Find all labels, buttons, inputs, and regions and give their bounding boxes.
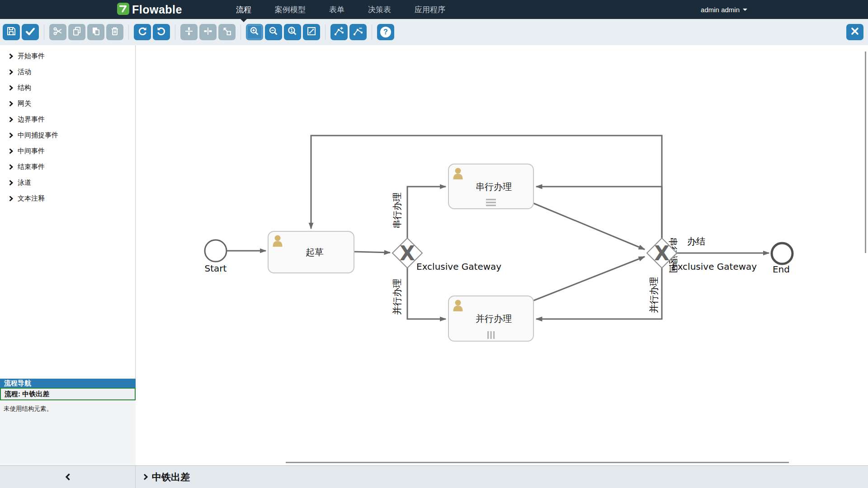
end-event-label: End bbox=[773, 264, 790, 275]
palette-group-boundary-events[interactable]: 边界事件 bbox=[0, 112, 135, 127]
flowable-logo[interactable]: Flowable bbox=[117, 0, 182, 19]
zoom-in-icon bbox=[249, 26, 260, 38]
chevron-right-icon bbox=[9, 101, 13, 107]
copy-icon bbox=[71, 26, 82, 38]
flow-gateway1-to-parallel[interactable] bbox=[407, 268, 446, 319]
remove-bendpoint-button[interactable] bbox=[349, 24, 367, 40]
help-button[interactable]: ? bbox=[377, 24, 394, 40]
nav-item-forms[interactable]: 表单 bbox=[329, 5, 344, 15]
align-horizontal-icon bbox=[184, 26, 194, 38]
chevron-right-icon bbox=[9, 132, 13, 138]
user-menu-label: admin admin bbox=[701, 6, 740, 14]
palette-group-gateways[interactable]: 网关 bbox=[0, 96, 135, 112]
cut-button[interactable] bbox=[49, 24, 66, 40]
zoom-actual-button[interactable]: 1 bbox=[284, 24, 301, 40]
zoom-fit-button[interactable] bbox=[303, 24, 320, 40]
process-navigator-note: 未使用结构元素。 bbox=[0, 400, 136, 465]
redo-button[interactable] bbox=[134, 24, 151, 40]
user-menu[interactable]: admin admin bbox=[701, 0, 747, 19]
parallel-multi-instance-icon bbox=[487, 331, 495, 339]
flow-serial-to-gateway2[interactable] bbox=[533, 203, 645, 249]
process-navigator-header: 流程导航 bbox=[0, 379, 136, 388]
close-editor-button[interactable] bbox=[846, 24, 863, 40]
flow-gateway1-to-serial[interactable] bbox=[407, 187, 446, 238]
zoom-in-button[interactable] bbox=[246, 24, 263, 40]
user-task-parallel[interactable]: 并行办理 bbox=[448, 296, 533, 341]
palette-group-artifacts[interactable]: 文本注释 bbox=[0, 191, 135, 206]
help-icon: ? bbox=[380, 27, 391, 38]
palette-group-intermediate-catching-events[interactable]: 中间捕捉事件 bbox=[0, 127, 135, 143]
flow-gateway2-return-parallel[interactable] bbox=[536, 268, 662, 319]
process-navigator-current[interactable]: 流程: 中铁出差 bbox=[0, 388, 136, 400]
zoom-out-icon bbox=[268, 26, 279, 38]
paste-button[interactable] bbox=[87, 24, 104, 40]
align-vertical-button[interactable] bbox=[199, 24, 217, 40]
nav-item-case-models[interactable]: 案例模型 bbox=[275, 5, 306, 15]
toolbar-separator bbox=[372, 24, 372, 40]
chevron-down-icon bbox=[743, 9, 747, 13]
chevron-left-icon bbox=[65, 473, 71, 481]
same-size-button[interactable] bbox=[218, 24, 236, 40]
copy-button[interactable] bbox=[68, 24, 85, 40]
toolbar-separator bbox=[44, 24, 44, 40]
chevron-right-icon bbox=[9, 148, 13, 154]
sequential-multi-instance-icon bbox=[486, 199, 496, 206]
editor-toolbar: 1 ? bbox=[0, 19, 868, 45]
chevron-right-icon bbox=[9, 85, 13, 91]
flow-label-to-serial: 串行办理 bbox=[392, 192, 402, 229]
delete-button[interactable] bbox=[106, 24, 123, 40]
palette-group-swimlanes[interactable]: 泳道 bbox=[0, 175, 135, 191]
shape-palette-panel: 开始事件 活动 结构 网关 边界事件 中间捕捉事件 中间事件 结束事件 泳道 文… bbox=[0, 45, 136, 465]
palette-group-structural[interactable]: 结构 bbox=[0, 80, 135, 96]
exclusive-gateway-1[interactable]: X Exclusive Gateway bbox=[392, 238, 501, 272]
zoom-actual-icon: 1 bbox=[287, 26, 298, 38]
validate-button[interactable] bbox=[22, 24, 39, 40]
flow-label-parallel-return: 并行办理 bbox=[648, 277, 659, 313]
user-task-serial[interactable]: 串行办理 bbox=[448, 164, 533, 209]
svg-text:1: 1 bbox=[290, 28, 293, 33]
palette-group-start-events[interactable]: 开始事件 bbox=[0, 48, 135, 64]
start-event[interactable]: Start bbox=[205, 240, 227, 274]
flow-label-finish: 办结 bbox=[687, 236, 705, 247]
paste-icon bbox=[90, 26, 101, 38]
flow-draft-to-gateway1[interactable] bbox=[354, 252, 390, 253]
main-nav: 流程 案例模型 表单 决策表 应用程序 bbox=[236, 0, 445, 19]
toolbar-separator bbox=[128, 24, 129, 40]
close-icon bbox=[849, 26, 860, 38]
process-breadcrumb[interactable]: 中铁出差 bbox=[136, 466, 868, 488]
scissors-icon bbox=[52, 26, 63, 38]
nav-item-apps[interactable]: 应用程序 bbox=[415, 5, 445, 15]
same-size-icon bbox=[222, 26, 232, 38]
gateway-x-glyph: X bbox=[654, 242, 670, 265]
collapse-palette-button[interactable] bbox=[0, 466, 136, 488]
palette-group-activities[interactable]: 活动 bbox=[0, 64, 135, 80]
save-icon bbox=[6, 26, 17, 38]
chevron-right-icon bbox=[9, 196, 13, 202]
bpmn-canvas[interactable]: 串行办理 并行办理 串行退回 并行办理 办结 Start 起草 串行办理 bbox=[136, 45, 868, 465]
nav-item-processes[interactable]: 流程 bbox=[236, 5, 251, 15]
gateway-x-glyph: X bbox=[400, 242, 415, 265]
canvas-horizontal-scrollbar[interactable] bbox=[286, 462, 789, 463]
bottom-bar: 中铁出差 bbox=[0, 465, 868, 488]
palette-group-intermediate-events[interactable]: 中间事件 bbox=[0, 143, 135, 159]
align-horizontal-button[interactable] bbox=[180, 24, 198, 40]
palette-group-end-events[interactable]: 结束事件 bbox=[0, 159, 135, 175]
user-task-parallel-label: 并行办理 bbox=[476, 313, 512, 324]
user-task-draft[interactable]: 起草 bbox=[268, 231, 354, 273]
zoom-out-button[interactable] bbox=[265, 24, 282, 40]
toolbar-separator bbox=[175, 24, 175, 40]
add-bendpoint-button[interactable] bbox=[330, 24, 348, 40]
process-title: 中铁出差 bbox=[152, 471, 190, 483]
canvas-vertical-scrollbar[interactable] bbox=[865, 52, 866, 253]
chevron-right-icon bbox=[143, 474, 148, 480]
flow-parallel-to-gateway2[interactable] bbox=[533, 257, 645, 301]
save-button[interactable] bbox=[3, 24, 20, 40]
nav-item-decision-tables[interactable]: 决策表 bbox=[368, 5, 391, 15]
chevron-right-icon bbox=[9, 180, 13, 186]
chevron-right-icon bbox=[9, 164, 13, 170]
end-event[interactable]: End bbox=[772, 243, 793, 275]
undo-button[interactable] bbox=[153, 24, 170, 40]
chevron-right-icon bbox=[9, 69, 13, 75]
exclusive-gateway-2-label: Exclusive Gateway bbox=[672, 261, 757, 272]
process-navigator-panel: 流程导航 流程: 中铁出差 未使用结构元素。 bbox=[0, 379, 136, 465]
